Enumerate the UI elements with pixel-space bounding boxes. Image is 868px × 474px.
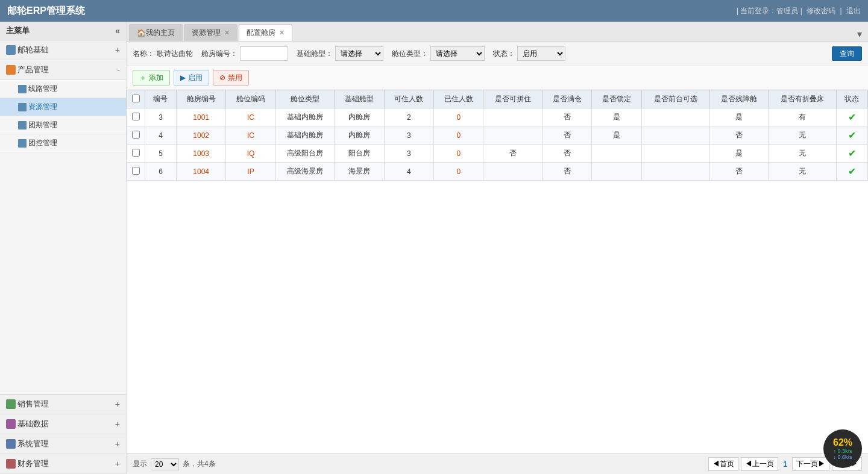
row-is-disabled: 否: [709, 126, 769, 145]
next-page-btn[interactable]: 下一页▶: [792, 457, 829, 471]
row-checkbox-2[interactable]: [132, 149, 140, 157]
first-page-btn[interactable]: ◀首页: [708, 457, 738, 471]
row-front-sel: [641, 145, 709, 163]
disable-icon: ⊘: [219, 73, 225, 82]
change-password-link[interactable]: 修改密码: [807, 7, 837, 15]
list-icon: [18, 103, 27, 111]
row-max-persons: 3: [384, 126, 433, 145]
separator: |: [840, 7, 842, 15]
th-is-locked: 是否锁定: [592, 90, 641, 108]
enable-button[interactable]: ▶ 启用: [174, 70, 209, 86]
product-mgmt-label: 产品管理: [17, 64, 117, 75]
th-cabin-code: 舱位编码: [226, 90, 275, 108]
th-max-persons: 可住人数: [384, 90, 433, 108]
tabs-dropdown-btn[interactable]: ▾: [854, 28, 866, 40]
row-front-sel: [641, 108, 709, 126]
sidebar-item-group-period-mgmt[interactable]: 团期管理: [0, 116, 126, 134]
finance-expand-btn[interactable]: +: [115, 459, 120, 469]
sidebar-group-header-product-mgmt[interactable]: 产品管理 -: [0, 60, 126, 80]
cabin-no-label: 舱房编号：: [201, 49, 237, 59]
row-checkbox-cell[interactable]: [127, 145, 145, 163]
row-status: ✔: [836, 126, 867, 145]
basic-expand-btn[interactable]: +: [115, 419, 120, 429]
cruise-basic-expand-btn[interactable]: +: [115, 45, 120, 55]
row-is-full: 否: [542, 108, 591, 126]
select-all-checkbox[interactable]: [132, 95, 140, 102]
sidebar-group-header-basic[interactable]: 基础数据 +: [0, 414, 126, 434]
row-checkbox-0[interactable]: [132, 113, 140, 120]
row-checkbox-3[interactable]: [132, 167, 140, 175]
tab-resource-close-btn[interactable]: ✕: [224, 29, 230, 37]
cabin-no-input[interactable]: [240, 46, 288, 61]
sidebar-group-header-system[interactable]: 系统管理 +: [0, 434, 126, 454]
sidebar-item-resource-mgmt[interactable]: 资源管理: [0, 98, 126, 116]
tab-home-label: 我的主页: [146, 28, 175, 38]
row-cabin-no[interactable]: 1001: [176, 108, 225, 126]
sidebar-item-group-ctrl-mgmt[interactable]: 团控管理: [0, 134, 126, 152]
tab-cabin-close-btn[interactable]: ✕: [279, 29, 285, 37]
logout-link[interactable]: 退出: [846, 7, 861, 15]
product-mgmt-collapse-btn[interactable]: -: [117, 65, 120, 75]
list-icon: [18, 139, 27, 148]
row-max-persons: 3: [384, 145, 433, 163]
row-is-locked: [592, 145, 641, 163]
th-base-type: 基础舱型: [335, 90, 384, 108]
main-layout: 主菜单 « 邮轮基础 + 产品管理 - 线路管理: [0, 22, 868, 474]
table-row: 3 1001 IC 基础内舱房 内舱房 2 0 否 是 是 有 ✔: [127, 108, 868, 126]
row-id: 4: [145, 126, 177, 145]
row-cur-persons: 0: [434, 126, 483, 145]
display-count-select[interactable]: 10 20 50 100: [151, 458, 179, 470]
status-select[interactable]: 启用 禁用: [517, 46, 565, 61]
app-title: 邮轮ERP管理系统: [7, 5, 85, 17]
disable-button[interactable]: ⊘ 禁用: [213, 70, 249, 86]
th-cur-persons: 已住人数: [434, 90, 483, 108]
row-checkbox-1[interactable]: [132, 131, 140, 139]
row-status: ✔: [836, 145, 867, 163]
row-cabin-no[interactable]: 1003: [176, 145, 225, 163]
tab-home[interactable]: 🏠 我的主页: [129, 24, 183, 41]
row-is-full: 否: [542, 163, 591, 181]
system-expand-btn[interactable]: +: [115, 439, 120, 449]
tabs-bar: 🏠 我的主页 资源管理 ✕ 配置舱房 ✕ ▾: [127, 22, 868, 42]
tab-cabin-config[interactable]: 配置舱房 ✕: [239, 24, 292, 41]
row-checkbox-cell[interactable]: [127, 108, 145, 126]
th-foldbed: 是否有折叠床: [769, 90, 837, 108]
content-area: 🏠 我的主页 资源管理 ✕ 配置舱房 ✕ ▾ 名称： 歌诗达曲轮: [127, 22, 868, 474]
add-button[interactable]: ＋ 添加: [133, 70, 170, 86]
resource-mgmt-label: 资源管理: [28, 102, 57, 112]
row-cabin-no[interactable]: 1002: [176, 126, 225, 145]
search-button[interactable]: 查询: [832, 46, 862, 61]
table-row: 6 1004 IP 高级海景房 海景房 4 0 否 否 无 ✔: [127, 163, 868, 181]
sidebar: 主菜单 « 邮轮基础 + 产品管理 - 线路管理: [0, 22, 127, 474]
sidebar-collapse-btn[interactable]: «: [115, 26, 120, 36]
route-mgmt-label: 线路管理: [28, 84, 57, 94]
row-cabin-code[interactable]: IC: [226, 108, 275, 126]
prev-page-btn[interactable]: ◀上一页: [741, 457, 778, 471]
sidebar-item-route-mgmt[interactable]: 线路管理: [0, 80, 126, 98]
sidebar-group-header-sales[interactable]: 销售管理 +: [0, 394, 126, 414]
row-checkbox-cell[interactable]: [127, 126, 145, 145]
footer: 显示 10 20 50 100 条，共4条 ◀首页 ◀上一页 1 下一页▶ 末页…: [127, 454, 868, 474]
base-type-field: 基础舱型： 请选择 内舱房 阳台房 海景房: [297, 46, 383, 61]
table-header: 编号 舱房编号 舱位编码 舱位类型 基础舱型 可住人数 已住人数 是否可拼住 是…: [127, 90, 868, 108]
row-cabin-no[interactable]: 1004: [176, 163, 225, 181]
display-label: 显示: [133, 459, 147, 469]
sidebar-group-header-cruise-basic[interactable]: 邮轮基础 +: [0, 40, 126, 60]
sidebar-group-header-finance[interactable]: 财务管理 +: [0, 454, 126, 474]
table-container: 编号 舱房编号 舱位编码 舱位类型 基础舱型 可住人数 已住人数 是否可拼住 是…: [127, 90, 868, 181]
row-base-type: 内舱房: [335, 108, 384, 126]
row-cabin-code[interactable]: IP: [226, 163, 275, 181]
row-cabin-code[interactable]: IQ: [226, 145, 275, 163]
row-front-sel: [641, 126, 709, 145]
table-row: 4 1002 IC 基础内舱房 内舱房 3 0 否 是 否 无 ✔: [127, 126, 868, 145]
base-type-select[interactable]: 请选择 内舱房 阳台房 海景房: [335, 46, 383, 61]
sales-expand-btn[interactable]: +: [115, 399, 120, 409]
cabin-type-select[interactable]: 请选择 基础内舱房 高级阳台房 高级海景房: [430, 46, 485, 61]
finance-icon: [6, 459, 16, 469]
tab-resource-mgmt[interactable]: 资源管理 ✕: [184, 24, 237, 41]
row-status: ✔: [836, 108, 867, 126]
row-checkbox-cell[interactable]: [127, 163, 145, 181]
th-id: 编号: [145, 90, 177, 108]
row-cabin-code[interactable]: IC: [226, 126, 275, 145]
row-cur-persons: 0: [434, 163, 483, 181]
